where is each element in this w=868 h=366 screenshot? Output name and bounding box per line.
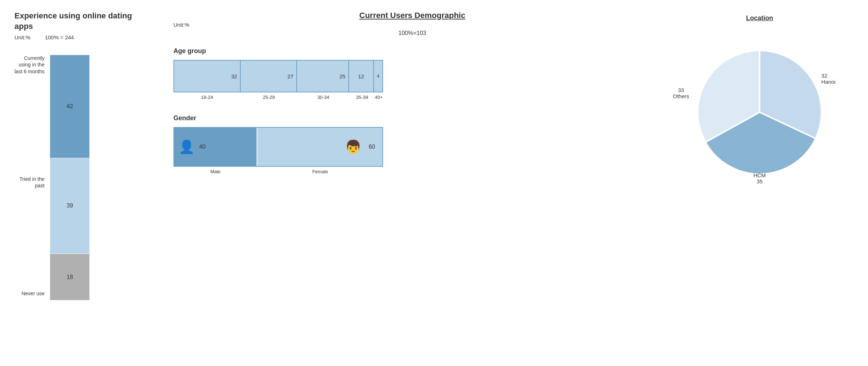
bar-segment-1: 39	[50, 158, 90, 254]
others-name: Others	[673, 93, 689, 99]
age-seg-35-39: 12	[349, 61, 374, 92]
bar-segment-0: 42	[50, 55, 90, 158]
middle-section: Current Users Demographic Unit:% 100%=10…	[152, 11, 666, 300]
middle-title: Current Users Demographic	[173, 11, 651, 20]
gender-seg-female: 👦 60	[257, 128, 382, 166]
bar-segment-2: 18	[50, 254, 90, 300]
others-value: 33	[673, 87, 689, 93]
male-icon: 👤	[179, 139, 195, 154]
bar-chart: Currentlyusing in thelast 6 months Tried…	[14, 48, 145, 300]
pie-chart: 32 Hanoi HCM 35 33 Others	[691, 44, 828, 181]
female-value: 60	[369, 144, 375, 150]
left-unit-line: Unit:% 100% = 244	[14, 34, 145, 40]
bar-label-1: Tried in thepast	[20, 176, 45, 189]
pie-title: Location	[746, 14, 773, 22]
left-section: Experience using online dating apps Unit…	[14, 11, 152, 300]
left-total: 100% = 244	[45, 34, 74, 40]
age-label-35-39: 35-39	[349, 95, 375, 100]
age-label-18-24: 18-24	[173, 95, 241, 100]
pie-label-others: 33 Others	[673, 87, 689, 99]
hcm-name: HCM	[753, 172, 766, 178]
middle-total: 100%=103	[173, 30, 651, 36]
age-label-40plus: 40+	[375, 95, 383, 100]
middle-unit: Unit:%	[173, 22, 651, 28]
age-seg-40plus: 4	[374, 61, 382, 92]
gender-seg-male: 👤 40	[174, 128, 257, 166]
hanoi-value: 32	[821, 73, 835, 79]
bar-label-0: Currentlyusing in thelast 6 months	[14, 55, 44, 75]
gender-label-male: Male	[173, 169, 257, 174]
pie-label-hanoi: 32 Hanoi	[821, 73, 835, 85]
bar-stack: 42 39 18	[50, 55, 90, 300]
age-labels-row: 18-24 25-29 30-34 35-39 40+	[173, 95, 383, 100]
pie-label-hcm: HCM 35	[753, 172, 766, 184]
right-section: Location 32 Hanoi HCM 35	[666, 11, 854, 300]
gender-bar: 👤 40 👦 60	[173, 127, 383, 167]
left-unit: Unit:%	[14, 34, 30, 40]
age-seg-18-24: 32	[174, 61, 241, 92]
left-title: Experience using online dating apps	[14, 11, 145, 31]
age-group-bar: 32 27 25 12 4	[173, 60, 383, 92]
age-group-title: Age group	[173, 47, 651, 55]
gender-title: Gender	[173, 114, 651, 122]
age-label-30-34: 30-34	[297, 95, 349, 100]
bar-label-column: Currentlyusing in thelast 6 months Tried…	[14, 55, 50, 300]
age-label-25-29: 25-29	[241, 95, 297, 100]
age-seg-30-34: 25	[297, 61, 349, 92]
main-container: Experience using online dating apps Unit…	[14, 11, 854, 300]
female-icon: 👦	[345, 139, 361, 154]
bar-label-2: Never use	[21, 290, 44, 297]
gender-label-female: Female	[257, 169, 383, 174]
hanoi-name: Hanoi	[821, 79, 835, 85]
hcm-value: 35	[753, 178, 766, 184]
age-seg-25-29: 27	[241, 61, 297, 92]
gender-labels-row: Male Female	[173, 169, 383, 174]
pie-svg	[691, 44, 828, 181]
male-value: 40	[199, 144, 206, 150]
